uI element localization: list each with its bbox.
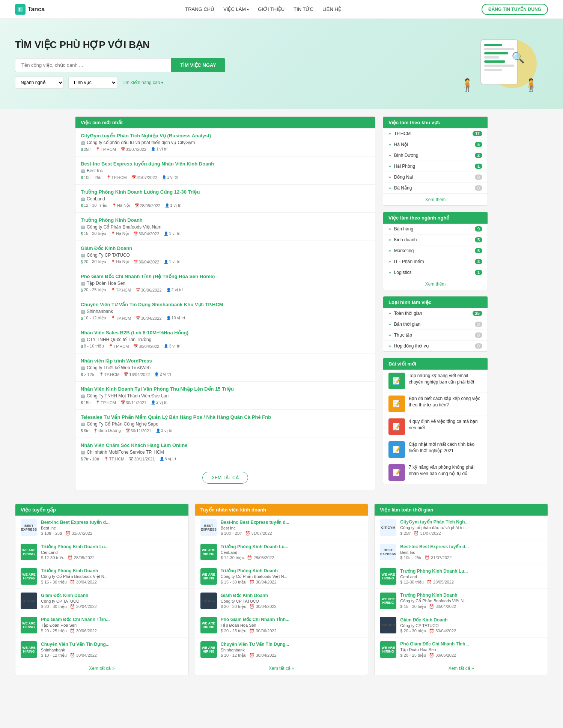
- job-title[interactable]: Giám Đốc Kinh Doanh: [81, 245, 370, 251]
- bottom-job-title[interactable]: Phó Giám Đốc Chi Nhánh Tỉnh...: [221, 617, 363, 622]
- nav-home[interactable]: TRANG CHỦ: [185, 6, 214, 12]
- bottom-job-company: Công ty cổ phần đầu tư và phát tri...: [400, 525, 542, 530]
- job-title[interactable]: Chuyên Viên Tư Vấn Tín Dụng Shinhanbank …: [81, 302, 370, 307]
- bottom-job-company: Best Inc: [41, 526, 183, 530]
- bottom-job-title[interactable]: Trưởng Phòng Kinh Doanh: [400, 593, 542, 598]
- job-title[interactable]: Nhân Viên Kinh Doanh Tại Văn Phòng Thu N…: [81, 386, 370, 392]
- job-title[interactable]: CityGym tuyển Phân Tích Nghiệp Vụ (Busin…: [81, 133, 370, 138]
- sales-see-more-link[interactable]: Xem tất cả »: [269, 666, 294, 671]
- company-logo: BEST EXPRESS: [380, 544, 396, 560]
- view-all-button[interactable]: XEM TẤT CẢ: [202, 472, 248, 484]
- industry-see-more-link[interactable]: Xem thêm: [425, 281, 446, 287]
- urgent-see-more-link[interactable]: Xem tất cả »: [89, 666, 114, 671]
- bottom-job-title[interactable]: Giám Đốc Kinh Doanh: [221, 593, 363, 598]
- sidebar: Việc làm theo khu vực TP.HCM 17 Hà Nội 5…: [383, 116, 488, 496]
- nav-news[interactable]: TIN TỨC: [294, 6, 313, 12]
- industry-select[interactable]: Ngành nghề: [15, 77, 64, 89]
- nav-contact[interactable]: LIÊN HỆ: [322, 6, 341, 12]
- bottom-job-company: Công ty CP TATUCO: [400, 623, 542, 628]
- bottom-job-title[interactable]: Chuyên Viên Tư Vấn Tín Dụng...: [221, 642, 363, 647]
- job-title[interactable]: Nhân viên lập trình WordPress: [81, 358, 370, 364]
- area-link[interactable]: Hải Phòng: [388, 164, 415, 169]
- bottom-job-item: CITIGYM CityGym tuyển Phân Tích Ngh... C…: [375, 516, 548, 540]
- job-title[interactable]: Best-Inc Best Express tuyển dụng Nhân Vi…: [81, 161, 370, 167]
- industry-link[interactable]: IT - Phần mềm: [388, 259, 424, 264]
- job-title[interactable]: Trưởng Phòng Kinh Doanh: [81, 217, 370, 223]
- bottom-job-deadline: ⏰ 28/05/2022: [68, 555, 95, 560]
- dollar-icon: [81, 316, 83, 320]
- post-job-button[interactable]: ĐĂNG TIN TUYỂN DỤNG: [482, 4, 548, 15]
- type-link[interactable]: Hợp đồng thời vụ: [388, 343, 429, 349]
- bottom-job-title[interactable]: Chuyên Viên Tư Vấn Tín Dụng...: [41, 642, 183, 647]
- nav-jobs[interactable]: VIỆC LÀM: [223, 6, 249, 12]
- search-button[interactable]: TÌM VIỆC NGAY: [171, 58, 225, 72]
- bottom-job-deadline: ⏰ 30/04/2022: [70, 653, 97, 658]
- area-link[interactable]: Đồng Nai: [388, 174, 413, 180]
- area-list: TP.HCM 17 Hà Nội 5 Bình Dương 2 Hải Phòn…: [383, 128, 488, 193]
- job-title[interactable]: Telesales Tư Vấn Phần Mềm Quản Lý Bán Hà…: [81, 414, 370, 420]
- type-link[interactable]: Thực tập: [388, 332, 412, 338]
- bottom-sections: Việc tuyển gấp BEST EXPRESS Best-Inc Bes…: [0, 504, 563, 683]
- jobs-by-area-header: Việc làm theo khu vực: [383, 117, 488, 128]
- bottom-job-salary: $ 20 - 25 triệu: [41, 629, 67, 633]
- dollar-icon: [81, 288, 83, 292]
- fulltime-jobs-col: Việc làm toàn thời gian CITIGYM CityGym …: [374, 504, 548, 675]
- bottom-job-title[interactable]: Trưởng Phòng Kinh Doanh Lu...: [221, 544, 363, 549]
- bottom-job-item: WE ARE HIRING Trưởng Phòng Kinh Doanh Cô…: [375, 589, 548, 613]
- bottom-job-title[interactable]: Phó Giám Đốc Chi Nhánh Tỉnh...: [41, 617, 183, 622]
- area-list-item: Hà Nội 5: [383, 139, 488, 150]
- blog-title[interactable]: Cập nhật mới nhất cách tính bảo hiểm thấ…: [409, 441, 482, 454]
- bottom-job-title[interactable]: CityGym tuyển Phân Tích Ngh...: [400, 519, 542, 525]
- bottom-job-title[interactable]: Giám Đốc Kinh Doanh: [41, 593, 183, 598]
- area-link[interactable]: Bình Dương: [388, 153, 418, 158]
- blog-title[interactable]: Bạn đã biết cách sắp xếp công việc theo …: [409, 396, 482, 408]
- industry-link[interactable]: Bán hàng: [388, 226, 413, 232]
- blog-title[interactable]: 7 kỹ năng văn phòng không phải nhân viên…: [409, 464, 482, 477]
- type-link[interactable]: Bán thời gian: [388, 322, 420, 327]
- job-title[interactable]: Nhân Viên Sales B2B (Lcb 8-10M+%Hoa Hồng…: [81, 330, 370, 335]
- job-title[interactable]: Phó Giám Đốc Chi Nhánh Tỉnh (Hệ Thống Ho…: [81, 274, 370, 279]
- job-title[interactable]: Trưởng Phòng Kinh Doanh Lương Cứng 12-30…: [81, 189, 370, 195]
- area-count-badge: 0: [475, 174, 482, 180]
- area-see-more-link[interactable]: Xem thêm: [425, 197, 446, 202]
- bottom-job-title[interactable]: Trưởng Phòng Kinh Doanh Lu...: [400, 569, 542, 574]
- nav-about[interactable]: GIỚI THIỆU: [258, 6, 285, 12]
- bottom-job-title[interactable]: Trưởng Phòng Kinh Doanh: [221, 568, 363, 573]
- industry-link[interactable]: Logistics: [388, 270, 411, 275]
- industry-link[interactable]: Marketing: [388, 248, 414, 253]
- bottom-job-title[interactable]: Trưởng Phòng Kinh Doanh Lu...: [41, 544, 183, 549]
- bottom-job-meta: $ 25tr ⏰ 31/07/2022: [400, 531, 542, 536]
- building-icon: [81, 337, 85, 342]
- area-link[interactable]: Hà Nội: [388, 142, 408, 147]
- bottom-job-title[interactable]: Trưởng Phòng Kinh Doanh: [41, 568, 183, 573]
- field-select[interactable]: Lĩnh vực: [68, 77, 117, 89]
- bottom-job-title[interactable]: Best-Inc Best Express tuyển d...: [41, 520, 183, 525]
- type-link[interactable]: Toàn thời gian: [388, 311, 422, 316]
- industry-list: Bán hàng 9 Kinh doanh 5 Marketing 5 IT -…: [383, 224, 488, 278]
- area-count-badge: 0: [475, 185, 482, 191]
- bottom-job-title[interactable]: Best-Inc Best Express tuyển d...: [400, 544, 542, 549]
- user-icon: [164, 232, 168, 236]
- area-list-item: Đà Nẵng 0: [383, 183, 488, 193]
- blog-title[interactable]: Top những kỹ năng viết email chuyên nghi…: [409, 373, 482, 385]
- blog-title[interactable]: 4 quy định về việc tặng ca mà bạn nên bi…: [409, 418, 482, 431]
- job-meta: 7tr - 10tr TP.HCM 30/11/2021 5 vị trí: [81, 456, 370, 461]
- area-count-badge: 5: [475, 142, 482, 147]
- bottom-job-title[interactable]: Phó Giám Đốc Chi Nhánh Tỉnh...: [400, 641, 542, 647]
- company-logo: WE ARE HIRING: [21, 617, 37, 633]
- fulltime-see-more-link[interactable]: Xem tất cả »: [449, 666, 474, 671]
- area-link[interactable]: Đà Nẵng: [388, 185, 412, 191]
- logo[interactable]: T Tanca: [15, 4, 45, 15]
- search-input[interactable]: [15, 58, 171, 72]
- bottom-job-item: WE ARE HIRING Trưởng Phòng Kinh Doanh Lu…: [15, 540, 188, 564]
- bottom-job-info: Giám Đốc Kinh Doanh Công ty CP TATUCO $ …: [221, 593, 363, 609]
- area-link[interactable]: TP.HCM: [388, 131, 411, 136]
- bottom-job-salary: $ 20 - 30 triệu: [221, 604, 247, 609]
- bottom-job-title[interactable]: Giám Đốc Kinh Doanh: [400, 617, 542, 623]
- bottom-job-item: TATUCO Giám Đốc Kinh Doanh Công ty CP TA…: [375, 613, 548, 638]
- job-title[interactable]: Nhân Viên Chăm Sóc Khách Hàng Làm Online: [81, 442, 370, 448]
- advanced-search-link[interactable]: Tìm kiếm nâng cao ▾: [122, 80, 163, 85]
- bottom-job-title[interactable]: Best-Inc Best Express tuyển d...: [221, 520, 363, 525]
- job-list-item: Nhân Viên Sales B2B (Lcb 8-10M+%Hoa Hồng…: [75, 325, 375, 353]
- industry-link[interactable]: Kinh doanh: [388, 237, 417, 242]
